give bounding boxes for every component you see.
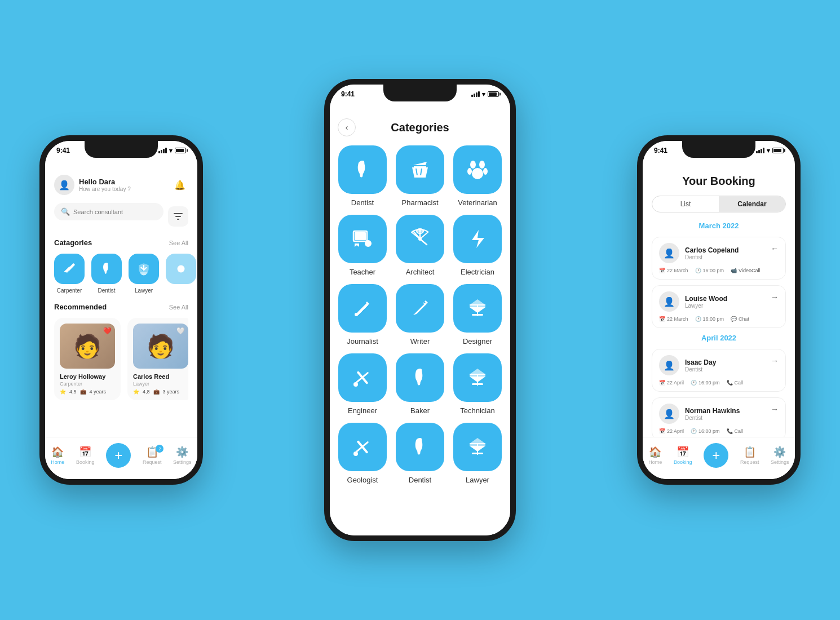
cat-item-lawyer[interactable]: Lawyer (129, 254, 159, 294)
nav-request[interactable]: 📋 2 Request (143, 446, 162, 465)
categories-screen-title: Categories (391, 121, 449, 134)
grid-cat-electrician[interactable]: Electrician (453, 215, 502, 276)
grid-cat-engineer[interactable]: Engineer (338, 353, 387, 415)
booking-person-norman: 👤 Norman Hawkins Dentist (659, 404, 779, 424)
nav-booking[interactable]: 📅 Booking (76, 446, 95, 465)
svg-rect-33 (472, 383, 483, 385)
phone-booking: 9:41 ▾ Your Booking List Calendar Marc (637, 135, 801, 485)
categories-screen-content: ‹ Categories Dentist Pharmacist (330, 98, 510, 535)
star-icon-leroy: ⭐ (60, 389, 66, 395)
booking-role-carlos: Dentist (685, 254, 739, 260)
booking-card-carlos[interactable]: ← 👤 Carlos Copeland Dentist 📅 22 March 🕐 (652, 237, 786, 280)
grid-icon-geologist (338, 423, 387, 471)
back-button[interactable]: ‹ (338, 118, 356, 136)
grid-cat-lawyer2[interactable]: Lawyer (453, 423, 502, 484)
nav-request-booking[interactable]: 📋 Request (740, 446, 759, 465)
grid-cat-technician[interactable]: Technician (453, 353, 502, 415)
booking-time-text-isaac: 16:00 pm (698, 380, 720, 386)
filter-button[interactable] (168, 206, 188, 227)
recommended-see-all[interactable]: See All (169, 304, 188, 311)
settings-icon-booking: ⚙️ (773, 446, 786, 458)
booking-screen-content: Your Booking List Calendar March 2022 ← … (643, 175, 795, 479)
booking-info-louise: Louise Wood Lawyer (685, 295, 727, 309)
booking-avatar-carlos: 👤 (659, 243, 679, 263)
nav-settings-booking[interactable]: ⚙️ Settings (771, 446, 789, 465)
nav-home-label-booking: Home (648, 459, 662, 465)
booking-time-text-carlos: 16:00 pm (703, 268, 724, 273)
search-bar[interactable]: 🔍 (54, 203, 163, 220)
search-input[interactable] (73, 209, 157, 215)
nav-booking-booking[interactable]: 📅 Booking (674, 446, 692, 465)
categories-row: Carpenter Dentist Lawyer (54, 254, 188, 294)
grid-cat-teacher[interactable]: Teacher (338, 215, 387, 276)
notch-home (85, 141, 158, 158)
categories-see-all[interactable]: See All (169, 240, 188, 246)
clock-icon-isaac: 🕐 (691, 380, 697, 386)
booking-date-text-louise: 22 March (667, 316, 688, 322)
wifi-icon-home: ▾ (169, 147, 173, 154)
booking-card-isaac[interactable]: → 👤 Isaac Day Dentist 📅 22 April 🕐 (652, 349, 786, 392)
grid-cat-writer[interactable]: Writer (395, 284, 445, 346)
nav-plus-button-booking[interactable]: + (704, 443, 728, 468)
grid-cat-journalist[interactable]: Journalist (338, 284, 387, 346)
tab-calendar[interactable]: Calendar (719, 196, 785, 212)
cat-item-dentist[interactable]: Dentist (91, 254, 122, 294)
rec-photo-carlos: 🤍 🧑 (133, 324, 188, 369)
rec-card-carlos[interactable]: 🤍 🧑 Carlos Reed Lawyer ⭐ 4,8 💼 3 years (127, 318, 188, 400)
person-leroy: 🧑 (60, 324, 115, 369)
booking-type-isaac: 📞 Call (727, 380, 744, 386)
categories-section-header: Catagories See All (54, 238, 188, 247)
booking-date-carlos: 📅 22 March (659, 268, 688, 273)
nav-home-booking[interactable]: 🏠 Home (648, 446, 662, 465)
nav-settings-label-booking: Settings (771, 459, 789, 465)
filter-icon (174, 213, 183, 220)
svg-point-5 (178, 265, 185, 273)
grid-cat-dentist2[interactable]: Dentist (395, 423, 445, 484)
booking-date-text-isaac: 22 April (667, 380, 684, 386)
booking-info-norman: Norman Hawkins Dentist (685, 407, 740, 421)
nav-home[interactable]: 🏠 Home (51, 446, 64, 465)
booking-card-louise[interactable]: → 👤 Louise Wood Lawyer 📅 22 March 🕐 (652, 285, 786, 328)
booking-card-norman[interactable]: → 👤 Norman Hawkins Dentist 📅 22 April 🕐 (652, 397, 786, 440)
booking-date-isaac: 📅 22 April (659, 380, 684, 386)
grid-label-electrician: Electrician (461, 268, 494, 276)
grid-label-engineer: Engineer (348, 406, 377, 415)
grid-icon-journalist (338, 284, 387, 333)
nav-request-label-booking: Request (740, 459, 759, 465)
bell-icon[interactable]: 🔔 (171, 176, 188, 193)
grid-cat-dentist[interactable]: Dentist (338, 145, 387, 207)
grid-cat-pharmacist[interactable]: Pharmacist (395, 145, 445, 207)
booking-type-louise: 💬 Chat (731, 316, 749, 322)
calendar-icon-carlos: 📅 (659, 268, 665, 273)
booking-person-carlos: 👤 Carlos Copeland Dentist (659, 243, 779, 263)
arrow-right-norman: → (771, 405, 779, 414)
booking-time-louise: 🕐 16:00 pm (695, 316, 724, 322)
cat-item-extra[interactable] (166, 254, 196, 294)
grid-cat-baker[interactable]: Baker (395, 353, 445, 415)
grid-cat-designer[interactable]: Designer (453, 284, 502, 346)
booking-type-text-louise: Chat (739, 316, 749, 322)
rec-card-leroy[interactable]: ❤️ 🧑 Leroy Holloway Carpenter ⭐ 4,5 💼 4 … (54, 318, 121, 400)
cat-label-dentist: Dentist (98, 287, 115, 294)
booking-icon-booking: 📅 (677, 446, 689, 458)
cat-item-carpenter[interactable]: Carpenter (54, 254, 85, 294)
grid-icon-designer (453, 284, 502, 333)
phone-icon-norman: 📞 (727, 428, 733, 434)
briefcase-icon-leroy: 💼 (80, 389, 86, 395)
grid-label-technician: Technician (460, 406, 494, 415)
grid-icon-engineer (338, 353, 387, 402)
tab-list[interactable]: List (652, 196, 719, 212)
clock-icon-carlos: 🕐 (695, 268, 701, 273)
nav-settings[interactable]: ⚙️ Settings (173, 446, 192, 465)
person-carlos: 🧑 (133, 324, 188, 369)
clock-icon-norman: 🕐 (691, 428, 697, 434)
nav-plus-button[interactable]: + (106, 443, 131, 468)
booking-type-carlos: 📹 VideoCall (731, 268, 760, 273)
grid-cat-veterinarian[interactable]: Veterinarian (453, 145, 502, 207)
grid-cat-geologist[interactable]: Geologist (338, 423, 387, 484)
booking-name-isaac: Isaac Day (685, 358, 716, 366)
grid-cat-architect[interactable]: Architect (395, 215, 445, 276)
user-info: 👤 Hello Dara How are you today ? (54, 175, 131, 195)
grid-icon-dentist (338, 145, 387, 194)
nav-request-label: Request (143, 459, 162, 465)
